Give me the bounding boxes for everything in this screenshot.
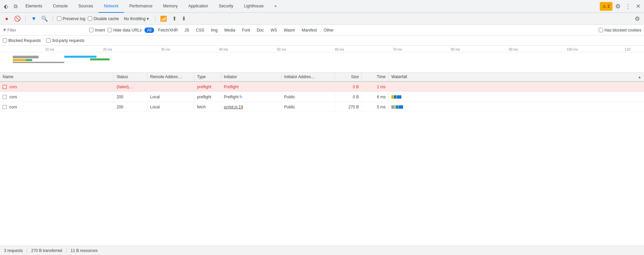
issues-count: 2 xyxy=(607,4,610,9)
filter-tag-all[interactable]: All xyxy=(144,28,154,33)
col-header-initiator[interactable]: Initiator xyxy=(221,72,281,81)
disable-cache-input[interactable] xyxy=(88,16,92,21)
col-header-remote[interactable]: Remote Addres… xyxy=(147,72,194,81)
col-header-time[interactable]: Time xyxy=(362,72,389,81)
filter-bar: ⧩ Invert Hide data URLs All Fetch/XHR JS… xyxy=(0,25,644,36)
filter-icon[interactable]: ▼ xyxy=(30,15,38,23)
filter-input-wrapper: ⧩ xyxy=(3,28,86,33)
blocked-bar: Blocked Requests 3rd-party requests xyxy=(0,36,644,46)
preserve-log-input[interactable] xyxy=(57,16,61,21)
filter-input[interactable] xyxy=(7,28,74,33)
tab-console[interactable]: Console xyxy=(48,0,73,13)
tab-elements[interactable]: Elements xyxy=(20,0,48,13)
timeline-ruler: 10 ms 20 ms 30 ms 40 ms 50 ms 60 ms 70 m… xyxy=(0,46,644,52)
search-icon[interactable]: 🔍 xyxy=(41,15,49,23)
filter-tag-fetch-xhr[interactable]: Fetch/XHR xyxy=(155,28,181,33)
throttle-dropdown[interactable]: No throttling ▾ xyxy=(122,15,151,22)
tick-40ms: 40 ms xyxy=(219,48,228,51)
invert-label: Invert xyxy=(95,28,105,33)
filter-tag-doc[interactable]: Doc xyxy=(254,28,266,33)
row-checkbox-icon xyxy=(3,95,7,99)
filter-tag-font[interactable]: Font xyxy=(239,28,253,33)
col-header-type[interactable]: Type xyxy=(194,72,221,81)
more-icon[interactable]: ⋮ xyxy=(623,2,633,11)
wf-bar xyxy=(394,95,396,99)
wf-bar xyxy=(396,105,398,109)
tick-90ms: 90 ms xyxy=(509,48,518,51)
row-name-error: cors xyxy=(9,85,17,89)
record-button[interactable]: ● xyxy=(3,15,11,23)
blocked-requests-input[interactable] xyxy=(3,38,7,43)
tab-security[interactable]: Security xyxy=(213,0,239,13)
has-blocked-label: Has blocked cookies xyxy=(604,28,641,33)
filter-tag-js[interactable]: JS xyxy=(182,28,192,33)
status-divider-1 xyxy=(27,248,27,253)
col-header-name[interactable]: Name xyxy=(0,72,114,81)
blocked-requests-checkbox[interactable]: Blocked Requests xyxy=(3,38,41,43)
tab-lighthouse[interactable]: Lighthouse xyxy=(239,0,269,13)
disable-cache-checkbox[interactable]: Disable cache xyxy=(88,16,119,21)
cell-name-1: cors xyxy=(0,82,114,92)
hide-data-checkbox[interactable]: Hide data URLs xyxy=(108,28,142,33)
cell-remote-3: Local xyxy=(147,102,194,112)
settings-icon[interactable]: ⚙ xyxy=(613,2,623,11)
filter-tag-other[interactable]: Other xyxy=(321,28,336,33)
network-table-wrapper: Name Status Remote Addres… Type Initiato… xyxy=(0,72,644,255)
filter-tag-css[interactable]: CSS xyxy=(193,28,207,33)
wifi-icon[interactable]: 📶 xyxy=(159,15,168,23)
table-row[interactable]: cors 200 Local preflight Preflight ↻ Pub… xyxy=(0,92,644,102)
filter-tag-media[interactable]: Media xyxy=(221,28,238,33)
hide-data-input[interactable] xyxy=(108,28,112,32)
tick-80ms: 80 ms xyxy=(451,48,460,51)
tab-performance[interactable]: Performance xyxy=(124,0,158,13)
wf-bar xyxy=(394,105,396,109)
sort-arrow-icon: ▲ xyxy=(638,75,641,79)
third-party-checkbox[interactable]: 3rd-party requests xyxy=(46,38,84,43)
preserve-log-checkbox[interactable]: Preserve log xyxy=(57,16,85,21)
close-icon[interactable]: ✕ xyxy=(633,2,643,11)
invert-input[interactable] xyxy=(89,28,93,32)
clear-button[interactable]: 🚫 xyxy=(13,15,21,23)
col-header-initiator-addr[interactable]: Initiator Addres… xyxy=(281,72,335,81)
table-row[interactable]: cors 200 Local fetch script.js:19 Public… xyxy=(0,102,644,112)
settings-gear-icon[interactable]: ⚙ xyxy=(633,15,641,23)
device-icon[interactable]: ⧉ xyxy=(11,2,20,11)
cell-waterfall-3 xyxy=(389,102,644,112)
cell-initaddr-3: Public xyxy=(281,102,335,112)
col-header-status[interactable]: Status xyxy=(114,72,147,81)
invert-checkbox[interactable]: Invert xyxy=(89,28,105,33)
cell-type-3: fetch xyxy=(194,102,221,112)
cell-remote-1 xyxy=(147,82,194,92)
transferred-size: 270 B transferred xyxy=(31,248,62,253)
has-blocked-input[interactable] xyxy=(599,28,603,32)
tab-memory[interactable]: Memory xyxy=(158,0,183,13)
cell-name-3: cors xyxy=(0,102,114,112)
initiator-link[interactable]: script.js:19 xyxy=(224,105,243,109)
filter-funnel-icon: ⧩ xyxy=(3,28,6,33)
filter-tag-manifest[interactable]: Manifest xyxy=(299,28,319,33)
filter-tag-wasm[interactable]: Wasm xyxy=(281,28,298,33)
cursor-icon[interactable]: ⬖ xyxy=(1,2,11,11)
tab-overflow[interactable]: » xyxy=(269,0,282,13)
issues-badge[interactable]: ⚠ 2 xyxy=(600,2,613,11)
table-row[interactable]: cors (failed)… preflight Preflight 0 B 1… xyxy=(0,82,644,92)
filter-tag-ws[interactable]: WS xyxy=(268,28,280,33)
col-header-waterfall[interactable]: Waterfall ▲ xyxy=(389,72,644,81)
download-icon[interactable]: ⬇ xyxy=(180,15,188,23)
tick-110: 110 xyxy=(625,48,630,51)
cell-name-2: cors xyxy=(0,92,114,102)
filter-tag-img[interactable]: Img xyxy=(208,28,220,33)
tab-application[interactable]: Application xyxy=(183,0,213,13)
tick-10ms: 10 ms xyxy=(45,48,54,51)
tab-list: ⬖ ⧉ Elements Console Sources Network Per… xyxy=(1,0,600,13)
tab-sources[interactable]: Sources xyxy=(73,0,99,13)
throttle-arrow-icon: ▾ xyxy=(147,16,149,21)
table-header: Name Status Remote Addres… Type Initiato… xyxy=(0,72,644,82)
has-blocked-checkbox[interactable]: Has blocked cookies xyxy=(599,28,641,33)
col-header-size[interactable]: Size xyxy=(335,72,362,81)
tab-network[interactable]: Network xyxy=(99,0,124,13)
third-party-input[interactable] xyxy=(46,38,51,43)
wf-bar xyxy=(391,105,394,109)
cell-initaddr-1 xyxy=(281,82,335,92)
upload-icon[interactable]: ⬆ xyxy=(170,15,178,23)
